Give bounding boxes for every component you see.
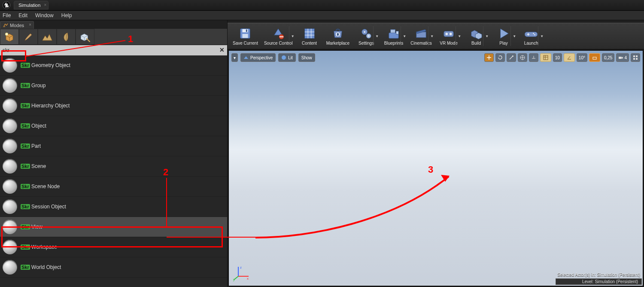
brush-icon — [23, 31, 34, 43]
result-world-object[interactable]: Skr World Object — [0, 257, 227, 278]
scale-snap-toggle[interactable] — [589, 53, 600, 62]
chevron-down-icon[interactable]: ▼ — [375, 34, 379, 38]
close-icon[interactable]: × — [44, 3, 47, 7]
svg-rect-27 — [619, 57, 622, 59]
status-current-level[interactable]: Level: Simulation (Persistent) — [556, 278, 642, 285]
actor-thumb-icon — [3, 159, 17, 174]
panel-tab-label: Modes — [10, 23, 24, 28]
view-perspective-button[interactable]: Perspective — [240, 53, 276, 62]
grid-icon — [543, 55, 548, 60]
svg-rect-28 — [633, 55, 635, 57]
cubes-icon — [470, 27, 483, 40]
blueprints-button[interactable]: Blueprints▼ — [380, 24, 407, 49]
build-button[interactable]: Build▼ — [463, 24, 489, 49]
svg-point-14 — [368, 35, 370, 37]
view-lit-button[interactable]: Lit — [278, 53, 296, 62]
mode-paint-button[interactable] — [19, 29, 38, 45]
mode-landscape-button[interactable] — [38, 29, 57, 45]
title-bar: Simulation × — [0, 0, 644, 11]
save-current-button[interactable]: Save Current — [230, 24, 261, 49]
result-group[interactable]: Skr Group — [0, 76, 227, 96]
viewport[interactable]: ▾ Perspective Lit Show — [228, 50, 643, 286]
result-object[interactable]: Skr Object — [0, 116, 227, 136]
cinematics-button[interactable]: Cinematics▼ — [408, 24, 434, 49]
svg-rect-8 — [279, 36, 283, 37]
svg-point-2 — [5, 33, 8, 36]
view-show-button[interactable]: Show — [298, 53, 315, 62]
actor-thumb-icon — [3, 139, 17, 153]
result-hierarchy-object[interactable]: Skr Hierarchy Object — [0, 96, 227, 116]
annotation-label-3: 3 — [428, 164, 433, 175]
chevron-down-icon: ▾ — [234, 55, 236, 60]
gamepad-icon — [525, 27, 538, 40]
source-control-button[interactable]: Source Control▼ — [261, 24, 295, 49]
result-session-object[interactable]: Skr Session Object — [0, 197, 227, 217]
clear-search-icon[interactable]: ✕ — [219, 46, 225, 53]
chevron-down-icon[interactable]: ▼ — [458, 34, 461, 38]
actor-thumb-icon — [3, 199, 17, 214]
transform-scale-button[interactable] — [507, 53, 516, 62]
chevron-down-icon[interactable]: ▼ — [291, 34, 295, 38]
marketplace-button[interactable]: Marketplace — [324, 24, 352, 49]
chevron-down-icon[interactable]: ▼ — [513, 34, 516, 38]
grid-snap-toggle[interactable] — [540, 53, 551, 62]
rotation-snap-value[interactable]: 10° — [577, 53, 587, 62]
result-workspace[interactable]: Skr Workspace — [0, 237, 227, 257]
panel-tab-modes[interactable]: Modes × — [0, 21, 34, 29]
grid-snap-value[interactable]: 10 — [553, 53, 562, 62]
camera-speed-button[interactable]: 4 — [616, 53, 629, 62]
menu-help[interactable]: Help — [61, 12, 72, 18]
surface-snap-button[interactable] — [529, 53, 538, 62]
search-input[interactable] — [0, 45, 227, 55]
menu-window[interactable]: Window — [35, 12, 54, 18]
transform-rotate-button[interactable] — [495, 53, 505, 62]
chevron-down-icon[interactable]: ▼ — [540, 34, 544, 38]
coord-space-button[interactable] — [518, 53, 527, 62]
actor-thumb-icon — [3, 240, 17, 254]
rotation-snap-toggle[interactable] — [564, 53, 575, 62]
svg-rect-9 — [304, 28, 314, 38]
quad-icon — [633, 55, 638, 60]
scale-snap-value[interactable]: 0,25 — [602, 53, 614, 62]
mode-geometry-button[interactable] — [76, 29, 94, 45]
mode-place-button[interactable] — [0, 29, 19, 45]
viewport-options-button[interactable]: ▾ — [231, 53, 238, 62]
search-row: ✕ — [0, 45, 227, 55]
leaf-icon — [61, 31, 72, 43]
chevron-down-icon[interactable]: ▼ — [485, 34, 489, 38]
unreal-logo-icon — [2, 0, 11, 10]
svg-rect-18 — [444, 31, 454, 37]
actor-thumb-icon — [3, 220, 17, 234]
content-button[interactable]: Content — [296, 24, 323, 49]
result-geometry-object[interactable]: Skr Geometry Object — [0, 55, 227, 76]
scale-snap-icon — [592, 55, 597, 60]
result-part[interactable]: Skr Part — [0, 136, 227, 156]
svg-rect-26 — [593, 57, 596, 59]
transform-move-button[interactable] — [484, 53, 494, 62]
actor-thumb-icon — [3, 260, 17, 275]
menu-edit[interactable]: Edit — [18, 12, 27, 18]
vrmode-button[interactable]: VR Mode▼ — [435, 24, 462, 49]
menu-file[interactable]: File — [3, 12, 11, 18]
status-selected-actors: Selected Actor(s) in: Simulation (Persis… — [556, 272, 642, 278]
chevron-down-icon[interactable]: ▼ — [430, 34, 434, 38]
svg-point-22 — [534, 34, 535, 35]
play-button[interactable]: Play▼ — [490, 24, 517, 49]
chevron-down-icon[interactable]: ▼ — [403, 34, 406, 38]
result-view[interactable]: Skr View — [0, 217, 227, 237]
main-toolbar: Save Current Source Control▼ Content Mar… — [228, 23, 644, 49]
svg-point-21 — [533, 33, 534, 34]
launch-button[interactable]: Launch▼ — [518, 24, 544, 49]
settings-button[interactable]: Settings▼ — [353, 24, 380, 49]
close-icon[interactable]: × — [29, 22, 31, 27]
cube-light-icon — [4, 31, 15, 43]
result-scene[interactable]: Skr Scene — [0, 156, 227, 177]
marketplace-icon — [331, 27, 344, 40]
svg-rect-29 — [636, 55, 638, 57]
search-results[interactable]: Skr Geometry Object Skr Group Skr Hierar… — [0, 55, 227, 287]
level-tab[interactable]: Simulation × — [14, 1, 49, 9]
actor-thumb-icon — [3, 119, 17, 133]
mode-foliage-button[interactable] — [57, 29, 76, 45]
viewport-maximize-button[interactable] — [631, 53, 640, 62]
result-scene-node[interactable]: Skr Scene Node — [0, 177, 227, 197]
